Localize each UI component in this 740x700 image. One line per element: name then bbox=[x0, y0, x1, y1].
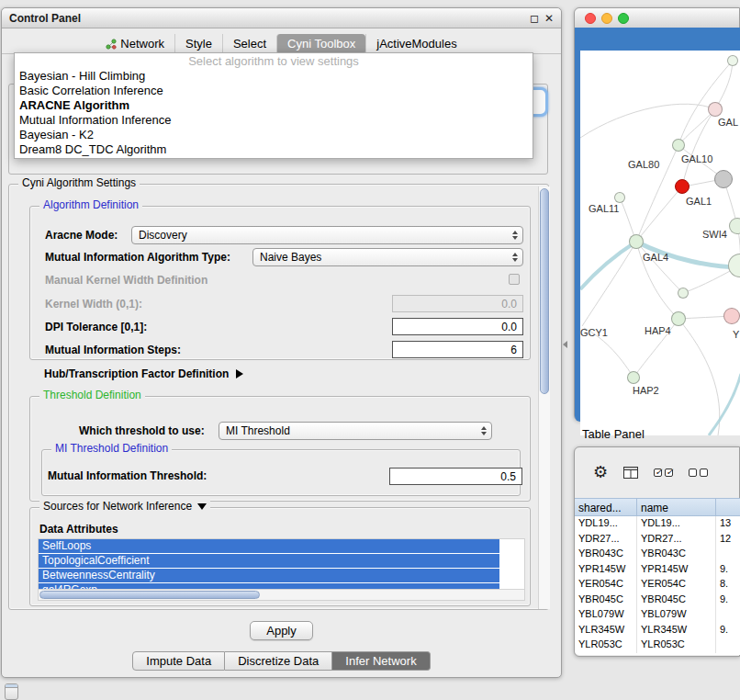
graph-node[interactable] bbox=[629, 234, 644, 249]
dpi-tolerance-input[interactable]: 0.0 bbox=[392, 318, 523, 335]
kernel-width-label: Kernel Width (0,1): bbox=[45, 298, 142, 310]
mi-threshold-input[interactable]: 0.5 bbox=[389, 468, 522, 485]
tab-select[interactable]: Select bbox=[222, 34, 276, 53]
graph-node[interactable] bbox=[675, 179, 690, 194]
control-panel-titlebar[interactable]: Control Panel ◻ ✕ bbox=[2, 8, 561, 28]
float-window-icon[interactable]: ◻ bbox=[530, 11, 539, 26]
mi-steps-input[interactable]: 6 bbox=[392, 341, 523, 358]
node-label-gal1: GAL1 bbox=[686, 196, 712, 207]
desktop: Control Panel ◻ ✕ NetworkStyleSelectCyni… bbox=[0, 0, 740, 700]
column-header-name[interactable]: name bbox=[637, 499, 716, 515]
graph-node[interactable] bbox=[614, 192, 625, 203]
hub-definition-expander[interactable]: Hub/Transcription Factor Definition bbox=[44, 367, 243, 380]
horizontal-scrollbar-thumb[interactable] bbox=[39, 591, 260, 599]
graph-node[interactable] bbox=[723, 308, 740, 324]
network-canvas[interactable]: GALGAL80GAL10GAL11GAL1SWI4GAL4GCY1HAP4YH… bbox=[580, 51, 740, 435]
table-header-row: shared...name bbox=[575, 498, 740, 516]
table-toolbar: ⚙ bbox=[593, 464, 708, 480]
table-cell: YPR145W bbox=[575, 562, 637, 578]
node-label-gcy1: GCY1 bbox=[580, 327, 608, 338]
node-label-hap4: HAP4 bbox=[645, 325, 671, 336]
column-header-shared[interactable]: shared... bbox=[575, 499, 637, 515]
table-cell: 8. bbox=[716, 577, 740, 593]
deselect-all-columns-icon[interactable] bbox=[689, 469, 708, 477]
attribute-topologicalcoefficient[interactable]: TopologicalCoefficient bbox=[39, 554, 499, 568]
column-header-2[interactable] bbox=[716, 499, 740, 515]
tab-discretize-data[interactable]: Discretize Data bbox=[225, 651, 332, 671]
tab-network[interactable]: Network bbox=[95, 34, 174, 53]
graph-node[interactable] bbox=[708, 102, 723, 117]
graph-node[interactable] bbox=[714, 170, 733, 188]
tab-label: jActiveModules bbox=[376, 37, 456, 51]
mi-algorithm-type-select[interactable]: Naive Bayes bbox=[252, 248, 523, 266]
manual-kernel-width-label: Manual Kernel Width Definition bbox=[45, 274, 207, 287]
select-all-columns-icon[interactable] bbox=[654, 469, 673, 477]
graph-node[interactable] bbox=[678, 288, 689, 299]
table-row[interactable]: YPR145WYPR145W9. bbox=[575, 562, 740, 578]
table-cell: YLR053C bbox=[575, 638, 637, 653]
graph-node[interactable] bbox=[627, 371, 640, 384]
tab-cyni-toolbox[interactable]: Cyni Toolbox bbox=[276, 34, 365, 53]
apply-button[interactable]: Apply bbox=[250, 621, 313, 640]
threshold-definition-group: Threshold Definition Which threshold to … bbox=[29, 396, 531, 502]
table-cell: YBR043C bbox=[637, 547, 716, 562]
table-row[interactable]: YBR043CYBR043C bbox=[575, 547, 740, 562]
attribute-betweennesscentrality[interactable]: BetweennessCentrality bbox=[39, 569, 499, 582]
graph-node[interactable] bbox=[727, 55, 738, 66]
aracne-mode-select[interactable]: Discovery bbox=[131, 226, 523, 244]
table-row[interactable]: YLR345WYLR345W9. bbox=[575, 623, 740, 638]
mi-threshold-label: Mutual Information Threshold: bbox=[48, 469, 207, 482]
close-traffic-icon[interactable] bbox=[585, 13, 596, 24]
table-cell: 13 bbox=[716, 516, 740, 532]
algorithm-option-mutual-information-inference[interactable]: Mutual Information Inference bbox=[15, 113, 533, 128]
table-cell bbox=[716, 638, 740, 653]
network-window-titlebar[interactable] bbox=[575, 8, 739, 28]
tab-infer-network[interactable]: Infer Network bbox=[332, 651, 430, 671]
tab-jactivemodules[interactable]: jActiveModules bbox=[365, 34, 466, 53]
data-attributes-list[interactable]: SelfLoopsTopologicalCoefficientBetweenne… bbox=[38, 538, 525, 601]
table-row[interactable]: YBR045CYBR045C9. bbox=[575, 593, 740, 608]
table-cell: YDR27... bbox=[575, 532, 637, 548]
algorithm-dropdown-prompt: Select algorithm to view settings bbox=[15, 54, 533, 69]
close-icon[interactable]: ✕ bbox=[544, 11, 554, 26]
tab-style[interactable]: Style bbox=[174, 34, 222, 53]
table-row[interactable]: YLR053CYLR053C bbox=[575, 638, 740, 653]
table-cell: YER054C bbox=[575, 577, 637, 593]
minimized-window-icon[interactable] bbox=[5, 683, 18, 700]
attribute-selfloops[interactable]: SelfLoops bbox=[39, 539, 499, 553]
kernel-width-input[interactable]: 0.0 bbox=[392, 295, 523, 312]
algorithm-option-dream8-dc-tdc-algorithm[interactable]: Dream8 DC_TDC Algorithm bbox=[15, 142, 533, 157]
settings-group-title: Cyni Algorithm Settings bbox=[18, 176, 140, 189]
which-threshold-select[interactable]: MI Threshold bbox=[219, 422, 492, 440]
graph-node[interactable] bbox=[729, 218, 740, 234]
algorithm-option-basic-correlation-inference[interactable]: Basic Correlation Inference bbox=[15, 84, 533, 98]
table-row[interactable]: YDL19...YDL19...13 bbox=[575, 516, 740, 532]
table-row[interactable]: YBL079WYBL079W bbox=[575, 607, 740, 623]
settings-scrollbar[interactable] bbox=[538, 186, 550, 609]
horizontal-scrollbar[interactable] bbox=[39, 589, 524, 600]
tab-impute-data[interactable]: Impute Data bbox=[132, 651, 225, 671]
algorithm-dropdown-list: Bayesian - Hill ClimbingBasic Correlatio… bbox=[15, 69, 533, 157]
table-body[interactable]: YDL19...YDL19...13YDR27...YDR27...12YBR0… bbox=[575, 516, 740, 655]
minimize-traffic-icon[interactable] bbox=[601, 13, 612, 24]
manual-kernel-width-checkbox[interactable] bbox=[509, 274, 520, 285]
graph-node[interactable] bbox=[672, 139, 685, 152]
table-row[interactable]: YER054CYER054C8. bbox=[575, 577, 740, 593]
panel-splitter-handle[interactable] bbox=[563, 341, 567, 348]
column-view-icon[interactable] bbox=[623, 467, 638, 479]
sources-expander[interactable]: Sources for Network Inference bbox=[39, 500, 210, 513]
algorithm-option-bayesian-hill-climbing[interactable]: Bayesian - Hill Climbing bbox=[15, 69, 533, 84]
settings-scrollbar-thumb[interactable] bbox=[540, 188, 549, 394]
aracne-mode-label: Aracne Mode: bbox=[45, 229, 118, 242]
algorithm-option-bayesian-k2[interactable]: Bayesian - K2 bbox=[15, 128, 533, 142]
tab-label: Select bbox=[233, 37, 266, 51]
mi-algorithm-type-label: Mutual Information Algorithm Type: bbox=[45, 251, 230, 264]
graph-node[interactable] bbox=[671, 311, 686, 326]
settings-gear-icon[interactable]: ⚙ bbox=[593, 464, 608, 480]
algorithm-option-aracne-algorithm[interactable]: ARACNE Algorithm bbox=[15, 98, 533, 113]
network-view-window: GALGAL80GAL10GAL11GAL1SWI4GAL4GCY1HAP4YH… bbox=[574, 7, 740, 421]
window-title: Control Panel bbox=[9, 12, 81, 25]
zoom-traffic-icon[interactable] bbox=[618, 13, 629, 24]
table-row[interactable]: YDR27...YDR27...12 bbox=[575, 532, 740, 548]
cyni-bottom-tab-bar: Impute DataDiscretize DataInfer Network bbox=[2, 651, 561, 671]
